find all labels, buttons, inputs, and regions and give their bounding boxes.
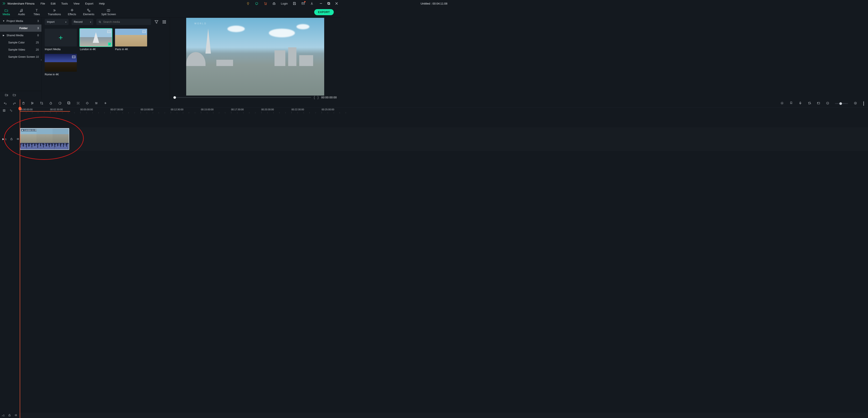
svg-point-20 <box>165 23 166 24</box>
preview-panel: { } 00:00:00:00 1/2 ▾ <box>170 18 340 99</box>
speed-button[interactable] <box>49 101 53 106</box>
view-grid-icon[interactable] <box>162 20 167 24</box>
folder-icon <box>4 8 8 12</box>
hint-icon[interactable] <box>246 2 250 5</box>
track-lock-icon[interactable] <box>10 138 13 141</box>
music-note-icon <box>20 8 24 12</box>
media-item-rome[interactable]: Rome in 4K <box>45 54 77 76</box>
split-button[interactable] <box>31 101 34 106</box>
ruler-label: 00:02:30:00 <box>50 108 63 111</box>
tab-elements-label: Elements <box>83 13 94 16</box>
playhead[interactable] <box>20 99 20 164</box>
tab-titles[interactable]: Titles <box>33 8 41 16</box>
gift-icon[interactable] <box>272 2 276 5</box>
window-maximize-button[interactable] <box>327 2 330 5</box>
export-button[interactable]: EXPORT <box>314 9 334 15</box>
tab-split-screen[interactable]: Split Screen <box>101 8 116 16</box>
undo-button[interactable] <box>3 101 7 106</box>
svg-rect-6 <box>328 2 330 4</box>
tab-audio[interactable]: Audio <box>18 8 26 16</box>
sidebar-item-label: Sample Color <box>8 41 25 44</box>
menu-view[interactable]: View <box>73 2 80 5</box>
record-dropdown-label: Record <box>74 21 83 24</box>
open-folder-button[interactable] <box>12 93 16 97</box>
sidebar-item-label: Sample Green Screen <box>8 55 35 58</box>
menu-tools[interactable]: Tools <box>61 2 68 5</box>
media-item-label: Rome in 4K <box>45 73 77 76</box>
sidebar-item-project-media[interactable]: ▼Project Media3 <box>0 18 41 25</box>
filter-icon[interactable] <box>154 20 159 24</box>
media-item-import[interactable]: +Import Media <box>45 29 77 51</box>
new-folder-button[interactable] <box>5 93 8 97</box>
sidebar-item-sample-color[interactable]: Sample Color25 <box>0 39 41 46</box>
svg-point-1 <box>256 2 258 5</box>
select-mode-button[interactable] <box>3 109 6 113</box>
sidebar-item-count: 25 <box>36 41 39 44</box>
menu-export[interactable]: Export <box>85 2 93 5</box>
tab-split-label: Split Screen <box>101 13 116 16</box>
audio-beat-button[interactable] <box>104 101 107 106</box>
tab-media[interactable]: Media <box>2 8 10 16</box>
video-track-index: 1 <box>5 138 6 141</box>
preview-timecode: 00:00:00:00 <box>321 96 337 99</box>
svg-rect-21 <box>107 31 111 33</box>
timeline-clip[interactable]: London in 4K <box>20 128 69 150</box>
message-icon[interactable] <box>301 2 305 5</box>
redo-button[interactable] <box>12 101 16 106</box>
sidebar-item-folder[interactable]: Folder3 <box>0 25 41 32</box>
app-logo-icon <box>2 2 6 5</box>
svg-point-19 <box>164 23 165 24</box>
tab-audio-label: Audio <box>18 13 25 16</box>
sparkle-icon <box>70 8 74 12</box>
tab-effects[interactable]: Effects <box>68 8 76 16</box>
sidebar-item-sample-green-screen[interactable]: Sample Green Screen10 <box>0 53 41 60</box>
menu-help[interactable]: Help <box>99 2 105 5</box>
media-item-london[interactable]: ✓London in 4K <box>80 29 112 51</box>
expand-icon: ▼ <box>3 20 5 22</box>
tab-titles-label: Titles <box>33 13 40 16</box>
search-media[interactable] <box>96 19 151 25</box>
download-icon[interactable] <box>310 2 314 5</box>
menu-file[interactable]: File <box>40 2 45 5</box>
save-icon[interactable] <box>292 2 297 5</box>
preview-viewport[interactable] <box>186 18 324 95</box>
mark-out-icon[interactable]: } <box>317 95 318 99</box>
clip-label: London in 4K <box>24 129 37 131</box>
sidebar-item-label: Folder <box>19 27 28 30</box>
crop-button[interactable] <box>40 101 43 106</box>
color-button[interactable] <box>58 101 62 106</box>
menu-edit[interactable]: Edit <box>51 2 56 5</box>
support-icon[interactable] <box>255 2 259 5</box>
mark-in-icon[interactable]: { <box>314 95 315 99</box>
ruler-label: 00:00:00:00 <box>20 108 33 111</box>
tab-elements[interactable]: Elements <box>83 8 94 16</box>
window-close-button[interactable] <box>335 2 338 5</box>
keyframe-button[interactable] <box>86 101 89 106</box>
preview-seek-slider[interactable] <box>174 97 311 98</box>
import-dropdown[interactable]: Import▾ <box>45 19 69 25</box>
search-input[interactable] <box>103 21 149 24</box>
sidebar-item-sample-video[interactable]: Sample Video20 <box>0 46 41 53</box>
adjust-button[interactable] <box>95 101 98 106</box>
titlebar: Wondershare Filmora File Edit Tools View… <box>0 0 340 7</box>
record-dropdown[interactable]: Record▾ <box>72 19 93 25</box>
sidebar-item-shared-media[interactable]: ▶Shared Media0 <box>0 32 41 39</box>
tab-transitions-label: Transitions <box>48 13 61 16</box>
link-toggle-button[interactable] <box>9 109 12 113</box>
timeline-ruler[interactable]: 00:00:00:0000:02:30:0000:05:00:0000:07:3… <box>19 108 340 114</box>
green-screen-button[interactable] <box>67 101 71 106</box>
delete-button[interactable] <box>22 101 25 106</box>
svg-rect-33 <box>67 101 69 103</box>
media-item-paris[interactable]: Paris in 4K <box>115 29 147 51</box>
render-region-indicator <box>20 111 70 112</box>
timeline-panel: 00:00:00:0000:02:30:0000:05:00:0000:07:3… <box>0 99 340 164</box>
sidebar-item-count: 3 <box>37 27 39 30</box>
motion-track-button[interactable] <box>76 101 80 106</box>
sidebar-item-count: 10 <box>36 55 39 58</box>
tab-transitions[interactable]: Transitions <box>48 8 61 16</box>
login-button[interactable]: Login <box>281 2 288 5</box>
svg-point-16 <box>164 22 165 22</box>
expand-icon: ▶ <box>3 34 5 36</box>
window-minimize-button[interactable] <box>319 2 322 5</box>
store-cart-icon[interactable] <box>264 2 267 5</box>
